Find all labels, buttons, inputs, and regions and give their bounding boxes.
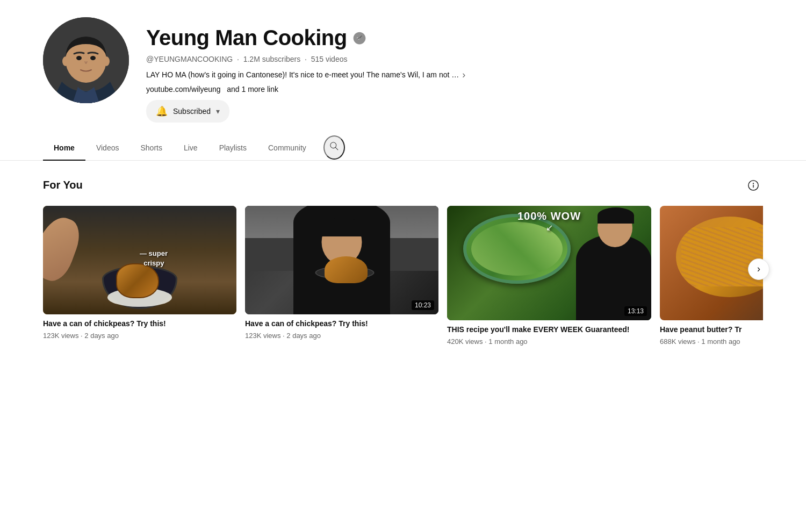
channel-name-row: Yeung Man Cooking [146,26,465,50]
video-card[interactable]: 10:23 Have a can of chickpeas? Try this!… [245,206,438,346]
avatar [43,17,129,103]
video-info: Have a can of chickpeas? Try this! 123K … [43,314,236,340]
video-thumbnail: 100% WOW ↙ 13:13 [447,206,651,321]
section-info-button[interactable] [744,176,763,195]
video-title: Have a can of chickpeas? Try this! [43,319,236,329]
video-title: THIS recipe you'll make EVERY WEEK Guara… [447,325,651,335]
subscribe-button[interactable]: 🔔 Subscribed ▾ [146,100,229,123]
video-card[interactable]: 100% WOW ↙ 13:13 THIS recipe you'll make… [447,206,651,346]
video-duration: 13:13 [624,306,647,316]
video-info: Have peanut butter? Tr 688K views · 1 mo… [660,320,763,346]
channel-search-button[interactable] [323,135,345,160]
channel-name: Yeung Man Cooking [146,26,347,50]
video-info: THIS recipe you'll make EVERY WEEK Guara… [447,320,651,346]
channel-link-more: and 1 more link [227,85,278,94]
carousel-next-button[interactable]: › [748,258,769,280]
tab-playlists[interactable]: Playlists [208,136,257,161]
description-expand-icon: › [462,69,465,81]
channel-link-row[interactable]: youtube.com/wilyeung and 1 more link [146,85,465,94]
channel-description[interactable]: LAY HO MA (how's it going in Cantonese)!… [146,69,465,81]
tab-videos[interactable]: Videos [85,136,130,161]
channel-avatar-container [43,17,129,103]
channel-link-url: youtube.com/wilyeung [146,85,221,94]
video-card[interactable]: Have peanut butter? Tr 688K views · 1 mo… [660,206,763,346]
subscriber-count: 1.2M subscribers [243,55,301,63]
video-info: Have a can of chickpeas? Try this! 123K … [245,314,438,340]
video-thumbnail [660,206,763,321]
tab-shorts[interactable]: Shorts [129,136,172,161]
channel-handle: @YEUNGMANCOOKING [146,55,233,63]
video-meta: 688K views · 1 month ago [660,337,763,346]
video-meta: 123K views · 2 days ago [245,332,438,340]
video-meta: 123K views · 2 days ago [43,332,236,340]
section-header: For You [43,176,763,195]
tab-community[interactable]: Community [257,136,317,161]
video-meta: 420K views · 1 month ago [447,337,651,346]
video-carousel: — super crispy Have a can of chickpeas? … [43,206,763,346]
chevron-down-icon: ▾ [216,107,220,116]
channel-header: Yeung Man Cooking @YEUNGMANCOOKING · 1.2… [0,0,806,135]
video-row: — super crispy Have a can of chickpeas? … [43,206,763,346]
tab-live[interactable]: Live [173,136,208,161]
video-card[interactable]: — super crispy Have a can of chickpeas? … [43,206,236,346]
bell-icon: 🔔 [156,105,168,117]
svg-point-6 [103,56,110,66]
video-thumbnail: 10:23 [245,206,438,315]
tab-home[interactable]: Home [43,136,85,161]
section-title: For You [43,179,83,191]
verified-badge-icon [352,31,366,45]
search-icon [329,141,340,152]
description-text: LAY HO MA (how's it going in Cantonese)!… [146,70,459,79]
svg-point-4 [90,56,96,60]
channel-meta: @YEUNGMANCOOKING · 1.2M subscribers · 51… [146,54,465,65]
video-title: Have peanut butter? Tr [660,325,763,335]
channel-info: Yeung Man Cooking @YEUNGMANCOOKING · 1.2… [146,17,465,123]
info-icon [747,179,759,191]
for-you-section: For You [0,161,806,346]
video-count: 515 videos [311,55,348,63]
video-title: Have a can of chickpeas? Try this! [245,319,438,329]
svg-point-3 [76,56,82,60]
channel-navigation: Home Videos Shorts Live Playlists Commun… [0,135,806,161]
svg-point-5 [62,56,69,66]
video-duration: 10:23 [412,300,434,310]
carousel-next-icon: › [757,263,760,275]
video-thumbnail: — super crispy [43,206,236,315]
subscribe-label: Subscribed [173,107,211,116]
